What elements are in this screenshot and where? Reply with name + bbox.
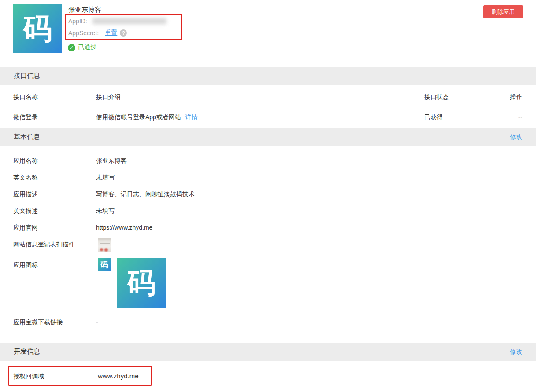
status-badge: ✓ 已通过 bbox=[68, 44, 96, 51]
field-value-en-name: 未填写 bbox=[96, 174, 115, 182]
interface-row-status: 已获得 bbox=[424, 113, 443, 121]
app-logo-glyph: 码 bbox=[23, 9, 52, 49]
appsecret-row: AppSecret: 重置 ? bbox=[68, 29, 127, 37]
app-detail-page: 码 张亚东博客 AppID: AppSecret: 重置 ? ✓ 已通过 删除应… bbox=[0, 0, 536, 392]
interface-row-desc-text: 使用微信帐号登录App或者网站 bbox=[96, 114, 181, 121]
app-icon-small-thumbnail[interactable]: 码 bbox=[98, 258, 111, 271]
appsecret-label: AppSecret: bbox=[68, 29, 99, 37]
app-icon-large-glyph: 码 bbox=[127, 264, 155, 302]
app-icon-small-glyph: 码 bbox=[100, 260, 108, 270]
field-value-download-link: - bbox=[96, 319, 98, 326]
field-value-en-desc: 未填写 bbox=[96, 207, 115, 215]
scan-stamp-icon bbox=[104, 248, 108, 252]
interface-row-action: -- bbox=[518, 113, 522, 121]
check-icon: ✓ bbox=[68, 44, 75, 51]
delete-app-button[interactable]: 删除应用 bbox=[483, 5, 523, 18]
app-logo: 码 bbox=[13, 4, 62, 53]
col-header-interface-desc: 接口介绍 bbox=[96, 92, 121, 101]
field-value-callback-domain: www.zhyd.me bbox=[98, 372, 139, 380]
help-icon[interactable]: ? bbox=[120, 29, 127, 37]
interface-row-name: 微信登录 bbox=[13, 113, 38, 121]
section-title-interface: 接口信息 bbox=[14, 72, 40, 80]
scan-document-lines bbox=[100, 242, 110, 247]
appid-row: AppID: bbox=[68, 17, 166, 26]
field-label-app-name: 应用名称 bbox=[13, 157, 38, 165]
field-value-app-desc: 写博客、记日志、闲聊扯淡鼓捣技术 bbox=[96, 191, 195, 198]
section-header-dev: 开发信息 修改 bbox=[0, 343, 536, 361]
col-header-interface-name: 接口名称 bbox=[13, 92, 38, 101]
appsecret-reset-link[interactable]: 重置 bbox=[105, 29, 117, 37]
field-label-callback-domain: 授权回调域 bbox=[13, 373, 44, 381]
col-header-interface-status: 接口状态 bbox=[424, 92, 449, 101]
app-icon-large-thumbnail[interactable]: 码 bbox=[117, 258, 166, 308]
field-label-app-icon: 应用图标 bbox=[13, 261, 38, 269]
section-header-basic: 基本信息 修改 bbox=[0, 128, 536, 146]
registration-scan-thumbnail[interactable] bbox=[98, 238, 111, 252]
app-title: 张亚东博客 bbox=[68, 6, 101, 14]
field-label-download-link: 应用宝微下载链接 bbox=[13, 319, 63, 326]
field-label-en-name: 英文名称 bbox=[13, 174, 38, 182]
field-value-app-name: 张亚东博客 bbox=[96, 157, 127, 165]
appid-label: AppID: bbox=[68, 18, 87, 25]
section-title-dev: 开发信息 bbox=[14, 348, 40, 356]
field-label-en-desc: 英文描述 bbox=[13, 207, 38, 215]
appid-masked-value bbox=[92, 18, 166, 24]
field-label-website: 应用官网 bbox=[13, 224, 38, 232]
status-text: 已通过 bbox=[78, 44, 96, 51]
field-label-registration-scan: 网站信息登记表扫描件 bbox=[13, 241, 75, 249]
section-header-interface: 接口信息 bbox=[0, 67, 536, 85]
scan-stamp-icon bbox=[100, 248, 103, 251]
interface-detail-link[interactable]: 详情 bbox=[185, 114, 198, 121]
section-title-basic: 基本信息 bbox=[14, 133, 40, 141]
col-header-interface-action: 操作 bbox=[510, 92, 522, 101]
field-value-website: https://www.zhyd.me bbox=[96, 224, 152, 231]
dev-modify-link[interactable]: 修改 bbox=[510, 348, 522, 356]
basic-modify-link[interactable]: 修改 bbox=[510, 133, 522, 141]
interface-row-desc: 使用微信帐号登录App或者网站 详情 bbox=[96, 113, 198, 121]
field-label-app-desc: 应用描述 bbox=[13, 191, 38, 198]
